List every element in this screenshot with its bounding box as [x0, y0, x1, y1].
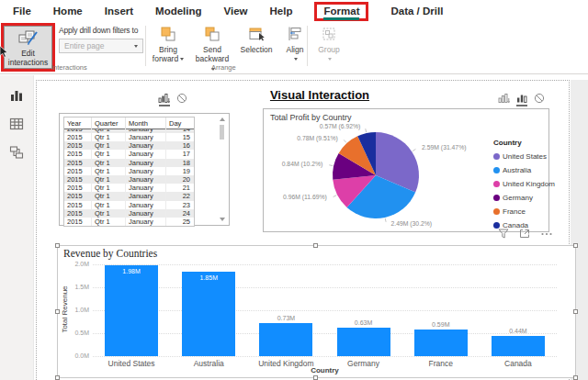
drill-scope-dropdown[interactable]: Entire page	[59, 39, 143, 53]
tab-modeling[interactable]: Modeling	[155, 6, 201, 17]
resize-handle[interactable]	[313, 375, 318, 380]
bar[interactable]: 1.85M	[182, 272, 235, 357]
bring-forward-label: Bring forward	[149, 45, 187, 63]
bar-data-label: 0.59M	[414, 321, 468, 328]
table-cell: 25	[166, 218, 194, 226]
resize-handle[interactable]	[573, 243, 578, 248]
tab-insert[interactable]: Insert	[105, 6, 133, 17]
legend-item[interactable]: Australia	[493, 165, 555, 174]
resize-handle[interactable]	[55, 375, 60, 380]
legend-label: France	[503, 207, 526, 216]
table-cell: 21	[166, 184, 194, 192]
bar[interactable]	[259, 323, 312, 357]
edit-interactions-label: Edit interactions	[5, 49, 52, 67]
bar-visual-header-icons	[498, 229, 553, 239]
page-title-textbox[interactable]: Visual Interaction	[228, 88, 412, 102]
table-row[interactable]: 2015Qtr 1January22	[64, 192, 194, 200]
gridline	[93, 356, 557, 357]
table-row[interactable]: 2015Qtr 1January20	[64, 175, 194, 184]
resize-handle[interactable]	[55, 309, 60, 314]
legend-item[interactable]: United States	[493, 151, 555, 161]
more-options-icon[interactable]	[540, 229, 553, 239]
table-column-header[interactable]: Month	[126, 117, 166, 129]
date-table-visual[interactable]: YearQuarterMonthDay 2015Qtr 1January1420…	[59, 113, 230, 226]
filter-funnel-icon[interactable]	[498, 229, 509, 239]
tab-home[interactable]: Home	[53, 6, 83, 17]
scroll-down-arrow-icon[interactable]	[220, 218, 225, 221]
resize-handle[interactable]	[55, 243, 60, 248]
table-cell: 22	[166, 192, 194, 200]
data-view-icon[interactable]	[8, 116, 25, 132]
tab-format[interactable]: Format	[323, 6, 359, 17]
y-axis-tick-label: 1.5M	[65, 284, 89, 290]
pie-chart-visual[interactable]: Total Profit by Country 2.59M (31.47%)2.…	[263, 108, 549, 232]
x-axis-title: Country	[93, 366, 557, 374]
bring-forward-button[interactable]: Bring forward	[149, 25, 187, 73]
callout-leader-line	[329, 165, 333, 166]
report-view-icon[interactable]	[8, 87, 25, 104]
table-row[interactable]: 2015Qtr 1January15	[64, 133, 194, 141]
table-row[interactable]: 2015Qtr 1January16	[64, 141, 194, 150]
model-view-icon[interactable]	[8, 144, 25, 161]
filter-interaction-icon[interactable]	[498, 93, 510, 106]
group-button[interactable]: Group	[314, 25, 344, 73]
table-cell: 17	[166, 150, 194, 158]
table-cell: 15	[166, 133, 194, 141]
legend-item[interactable]: Germany	[493, 193, 555, 202]
table-row[interactable]: 2015Qtr 1January24	[64, 209, 194, 218]
tab-help[interactable]: Help	[270, 6, 293, 17]
bar[interactable]	[414, 330, 468, 357]
highlight-interaction-icon[interactable]	[516, 93, 527, 106]
table-row[interactable]: 2015Qtr 1January25	[64, 218, 194, 226]
bar[interactable]	[492, 336, 545, 356]
bar[interactable]	[337, 328, 390, 357]
tab-view[interactable]: View	[224, 6, 248, 17]
table-cell: January	[126, 209, 166, 218]
table-cell: 2015	[64, 133, 92, 141]
pie-legend: Country United StatesAustraliaUnited Kin…	[493, 139, 555, 229]
arrange-group: Bring forward Send backward Selecti	[149, 25, 344, 73]
table-row[interactable]: 2015Qtr 1January19	[64, 167, 194, 175]
table-column-header[interactable]: Year	[64, 117, 92, 129]
table-body: 2015Qtr 1January142015Qtr 1January152015…	[64, 129, 194, 226]
table-row[interactable]: 2015Qtr 1January18	[64, 159, 194, 167]
legend-item[interactable]: United Kingdom	[493, 179, 555, 188]
tab-file[interactable]: File	[13, 6, 31, 17]
ribbon-group-divider	[145, 26, 146, 66]
table-row[interactable]: 2015Qtr 1January21	[64, 184, 194, 192]
callout-leader-line	[413, 149, 415, 151]
table-scrollbar[interactable]	[219, 117, 226, 221]
bar-chart-visual[interactable]: Revenue by Countries Total Revenue 0.0M0…	[57, 245, 576, 378]
table-column-header[interactable]: Day	[166, 117, 194, 129]
table-cell: Qtr 1	[92, 201, 126, 209]
resize-handle[interactable]	[573, 309, 578, 314]
pie-data-label: 0.96M (11.69%)	[283, 194, 327, 201]
align-button[interactable]: Align	[281, 25, 309, 73]
table-column-header[interactable]: Quarter	[92, 117, 126, 129]
ribbon-tab-bar: File Home Insert Modeling View Help Form…	[0, 0, 588, 22]
table-cell: Qtr 1	[92, 175, 126, 184]
bar-plot-area: 0.0M0.5M1.0M1.5M2.0M1.98MUnited States1.…	[93, 264, 557, 356]
resize-handle[interactable]	[313, 243, 318, 248]
selection-button[interactable]: Selection	[237, 25, 276, 73]
edit-interactions-button[interactable]: Edit interactions	[4, 26, 52, 69]
bar-data-label: 0.63M	[337, 319, 390, 326]
table-cell: Qtr 1	[92, 150, 126, 158]
table-row[interactable]: 2015Qtr 1January17	[64, 150, 194, 158]
tab-data-drill[interactable]: Data / Drill	[390, 6, 443, 17]
scrollbar-thumb[interactable]	[220, 125, 224, 140]
legend-item[interactable]: France	[493, 207, 555, 216]
callout-leader-line	[334, 196, 337, 197]
bar[interactable]: 1.98M	[105, 265, 158, 356]
scroll-up-arrow-icon[interactable]	[220, 117, 225, 121]
filter-interaction-icon[interactable]	[158, 93, 170, 106]
none-interaction-icon[interactable]	[176, 93, 187, 106]
resize-handle[interactable]	[573, 375, 578, 380]
none-interaction-icon[interactable]	[534, 93, 545, 106]
table-row[interactable]: 2015Qtr 1January23	[64, 201, 194, 209]
legend-dot-icon	[493, 195, 500, 201]
report-canvas[interactable]: Visual Interaction	[34, 75, 588, 380]
focus-mode-icon[interactable]	[519, 229, 530, 239]
table-cell: 2015	[64, 218, 92, 226]
table-cell: January	[126, 150, 166, 158]
